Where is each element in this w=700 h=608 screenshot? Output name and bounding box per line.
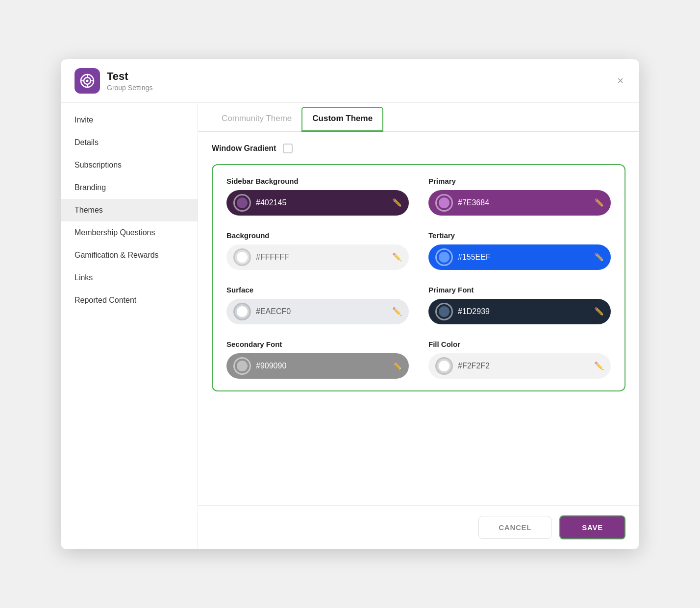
fill-color-value: #F2F2F2 <box>458 362 589 370</box>
color-field-sidebar-bg: Sidebar Background #402145 ✏️ <box>226 177 409 216</box>
secondary-font-edit-icon[interactable]: ✏️ <box>392 361 402 370</box>
main-content: Community Theme Custom Theme Window Grad… <box>198 103 639 549</box>
color-field-secondary-font: Secondary Font #909090 ✏️ <box>226 340 409 379</box>
fill-color-input-row[interactable]: #F2F2F2 ✏️ <box>428 353 611 379</box>
primary-font-swatch-inner <box>439 306 450 317</box>
sidebar-bg-swatch-inner <box>237 197 248 208</box>
sidebar-bg-edit-icon[interactable]: ✏️ <box>392 198 402 207</box>
primary-value: #7E3684 <box>458 198 589 207</box>
color-grid: Sidebar Background #402145 ✏️ P <box>226 177 611 379</box>
primary-font-input-row[interactable]: #1D2939 ✏️ <box>428 299 611 324</box>
window-gradient-row: Window Gradient <box>212 144 625 153</box>
color-field-background: Background #FFFFFF ✏️ <box>226 231 409 270</box>
modal-footer: CANCEL SAVE <box>198 505 639 549</box>
secondary-font-swatch-inner <box>237 361 248 371</box>
sidebar-item-reported[interactable]: Reported Content <box>61 289 198 312</box>
tertiary-swatch <box>435 248 453 266</box>
surface-input-row[interactable]: #EAECF0 ✏️ <box>226 299 409 324</box>
color-field-tertiary: Tertiary #155EEF ✏️ <box>428 231 611 270</box>
primary-font-value: #1D2939 <box>458 307 589 316</box>
svg-point-2 <box>86 79 89 82</box>
tabs-row: Community Theme Custom Theme <box>198 103 639 132</box>
sidebar-item-invite[interactable]: Invite <box>61 109 198 131</box>
primary-swatch <box>435 194 453 212</box>
background-value: #FFFFFF <box>256 253 387 262</box>
sidebar-item-gamification[interactable]: Gamification & Rewards <box>61 244 198 267</box>
fill-color-swatch-inner <box>439 361 450 371</box>
tab-custom[interactable]: Custom Theme <box>301 107 383 132</box>
surface-value: #EAECF0 <box>256 307 387 316</box>
sidebar-bg-input-row[interactable]: #402145 ✏️ <box>226 190 409 216</box>
tertiary-input-row[interactable]: #155EEF ✏️ <box>428 244 611 270</box>
window-gradient-checkbox[interactable] <box>283 144 293 153</box>
sidebar-bg-swatch <box>233 194 251 212</box>
app-subtitle: Group Settings <box>107 84 152 92</box>
app-name: Test <box>107 70 152 83</box>
background-label: Background <box>226 231 409 240</box>
content-area: Window Gradient Sidebar Background <box>198 132 639 505</box>
sidebar-item-membership[interactable]: Membership Questions <box>61 221 198 244</box>
sidebar-item-themes[interactable]: Themes <box>61 199 198 221</box>
save-button[interactable]: SAVE <box>559 515 625 539</box>
primary-font-edit-icon[interactable]: ✏️ <box>594 307 604 316</box>
surface-label: Surface <box>226 286 409 294</box>
primary-label: Primary <box>428 177 611 185</box>
sidebar-item-subscriptions[interactable]: Subscriptions <box>61 154 198 176</box>
surface-swatch-inner <box>237 306 248 317</box>
primary-swatch-inner <box>439 197 450 208</box>
tertiary-swatch-inner <box>439 252 450 263</box>
tertiary-value: #155EEF <box>458 253 589 262</box>
cancel-button[interactable]: CANCEL <box>478 516 551 539</box>
primary-font-swatch <box>435 303 453 320</box>
modal-header: Test Group Settings × <box>61 59 639 103</box>
secondary-font-label: Secondary Font <box>226 340 409 348</box>
fill-color-swatch <box>435 357 453 375</box>
color-field-fill-color: Fill Color #F2F2F2 ✏️ <box>428 340 611 379</box>
sidebar-item-links[interactable]: Links <box>61 267 198 289</box>
color-grid-container: Sidebar Background #402145 ✏️ P <box>212 164 625 391</box>
primary-edit-icon[interactable]: ✏️ <box>594 198 604 207</box>
primary-font-label: Primary Font <box>428 286 611 294</box>
tertiary-edit-icon[interactable]: ✏️ <box>594 252 604 262</box>
sidebar: Invite Details Subscriptions Branding Th… <box>61 103 198 549</box>
color-field-primary-font: Primary Font #1D2939 ✏️ <box>428 286 611 324</box>
close-button[interactable]: × <box>613 73 627 88</box>
secondary-font-value: #909090 <box>256 362 387 370</box>
background-edit-icon[interactable]: ✏️ <box>392 252 402 262</box>
fill-color-label: Fill Color <box>428 340 611 348</box>
surface-edit-icon[interactable]: ✏️ <box>392 307 402 316</box>
sidebar-bg-label: Sidebar Background <box>226 177 409 185</box>
sidebar-item-details[interactable]: Details <box>61 131 198 154</box>
background-swatch-inner <box>237 252 248 263</box>
header-text: Test Group Settings <box>107 70 152 92</box>
window-gradient-label: Window Gradient <box>212 144 276 153</box>
surface-swatch <box>233 303 251 320</box>
secondary-font-input-row[interactable]: #909090 ✏️ <box>226 353 409 379</box>
secondary-font-swatch <box>233 357 251 375</box>
color-field-primary: Primary #7E3684 ✏️ <box>428 177 611 216</box>
app-logo <box>75 68 100 94</box>
modal-body: Invite Details Subscriptions Branding Th… <box>61 103 639 549</box>
primary-input-row[interactable]: #7E3684 ✏️ <box>428 190 611 216</box>
modal-container: Test Group Settings × Invite Details Sub… <box>61 59 639 549</box>
tertiary-label: Tertiary <box>428 231 611 240</box>
sidebar-bg-value: #402145 <box>256 198 387 207</box>
tab-community[interactable]: Community Theme <box>212 107 301 132</box>
color-field-surface: Surface #EAECF0 ✏️ <box>226 286 409 324</box>
background-input-row[interactable]: #FFFFFF ✏️ <box>226 244 409 270</box>
fill-color-edit-icon[interactable]: ✏️ <box>594 361 604 370</box>
sidebar-item-branding[interactable]: Branding <box>61 176 198 199</box>
background-swatch <box>233 248 251 266</box>
